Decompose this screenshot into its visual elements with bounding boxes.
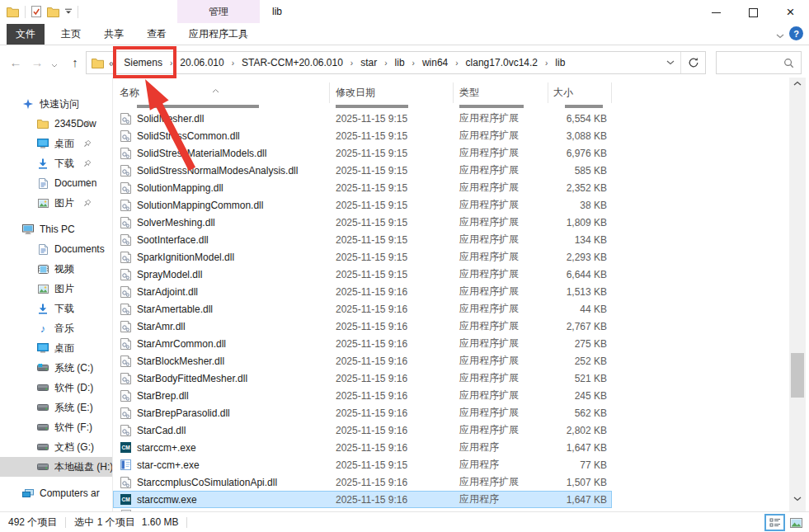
recent-locations-chevron-icon[interactable] [48,59,61,68]
scrollbar-thumb[interactable] [791,353,804,398]
file-row[interactable]: SolidStressNormalModesAnalysis.dll2025-1… [113,162,612,179]
file-row[interactable]: CMstarccm+.exe2025-11-15 9:16应用程序1,647 K… [113,439,612,456]
folder-icon[interactable] [7,7,19,17]
column-header-size[interactable]: 大小 [548,82,612,103]
breadcrumb-item-star[interactable]: star [354,52,383,73]
sidebar-item-documents[interactable]: Documents [0,239,112,259]
file-row[interactable]: StarAmertable.dll2025-11-15 9:16应用程序扩展44… [113,300,612,318]
sidebar-item-documen[interactable]: Documen [0,173,112,193]
file-row[interactable]: StarAmrCommon.dll2025-11-15 9:16应用程序扩展27… [113,335,612,352]
folder-icon[interactable] [47,7,59,17]
breadcrumb-item-siemens[interactable]: Siemens [117,52,169,73]
file-row[interactable]: SolutionMapping.dll2025-11-15 9:15应用程序扩展… [113,179,612,196]
file-row[interactable]: StarccmplusCoSimulationApi.dll2025-11-15… [113,473,612,491]
breadcrumb-item-win64[interactable]: win64 [416,52,454,73]
breadcrumb-item-star-ccm-20-06-010[interactable]: STAR-CCM+20.06.010 [235,52,350,73]
properties-check-icon[interactable] [31,6,41,17]
file-rows: SolidMesher.dll2025-11-15 9:15应用程序扩展6,55… [113,110,612,508]
customize-toolbar-chevron-icon[interactable] [65,8,72,15]
sidebar-item--[interactable]: 桌面 [0,338,112,358]
sidebar-item--[interactable]: 视频 [0,259,112,279]
address-dropdown-chevron-icon[interactable] [661,60,680,65]
toolbar-divider [25,6,26,18]
search-icon[interactable] [783,58,794,68]
vertical-scrollbar[interactable] [789,78,806,511]
sidebar-item--[interactable]: 下载 [0,299,112,318]
file-date: 2025-11-15 9:15 [330,165,454,177]
breadcrumb-item-clang17-0vc14-2[interactable]: clang17.0vc14.2 [459,52,544,73]
sidebar-item--(f:)[interactable]: 软件 (F:) [0,417,112,437]
scroll-up-icon[interactable] [789,81,806,86]
ribbon-tab-home[interactable]: 主页 [51,24,91,45]
sidebar-group-computers-ar[interactable]: Computers ar [0,483,112,503]
sidebar-item--(d:)[interactable]: 软件 (D:) [0,378,112,398]
file-type: 应用程序扩展 [454,423,548,437]
sidebar-item--[interactable]: 图片 [0,279,112,299]
sidebar-item--(c:)[interactable]: 系统 (C:) [0,358,112,378]
sidebar-group--[interactable]: 快速访问 [0,94,112,114]
file-row[interactable]: StarBrep.dll2025-11-15 9:16应用程序扩展245 KB [113,387,612,404]
ribbon-tab-view[interactable]: 查看 [137,24,176,45]
column-header-type[interactable]: 类型 [454,82,548,103]
sidebar-item--[interactable]: ♪音乐 [0,318,112,338]
file-date: 2025-11-15 9:16 [330,477,454,488]
ribbon-collapse-chevron-icon[interactable] [776,30,784,41]
back-button[interactable]: ← [7,51,25,74]
sidebar-item--[interactable]: 桌面 [0,134,112,153]
refresh-icon[interactable] [680,52,705,73]
file-row[interactable]: SolidStressCommon.dll2025-11-15 9:15应用程序… [113,127,612,144]
sidebar-item--(g:)[interactable]: 文档 (G:) [0,437,112,457]
collapsed-crumbs-icon[interactable]: « [109,57,115,69]
file-row[interactable]: StarAdjoint.dll2025-11-15 9:16应用程序扩展1,51… [113,283,612,300]
details-view-button[interactable] [764,514,785,531]
sidebar-item--[interactable]: 下载 [0,153,112,173]
breadcrumb-item-lib[interactable]: lib [548,52,571,73]
pin-icon [82,159,92,168]
file-row[interactable]: SolidMesher.dll2025-11-15 9:15应用程序扩展6,55… [113,110,612,127]
file-row[interactable]: SprayModel.dll2025-11-15 9:15应用程序扩展6,644… [113,266,612,283]
forward-button[interactable]: → [28,51,46,74]
file-type: 应用程序扩展 [454,215,548,229]
minimize-button[interactable] [698,0,735,25]
file-row[interactable]: StarCad.dll2025-11-15 9:16应用程序扩展2,802 KB [113,421,612,439]
column-header-date[interactable]: 修改日期 [330,82,454,103]
maximize-button[interactable] [735,0,772,25]
sidebar-item-2345dow[interactable]: 2345Dow [0,114,112,134]
sidebar-item--[interactable]: 图片 [0,193,112,213]
search-input[interactable] [717,57,783,68]
file-row[interactable]: StarAmr.dll2025-11-15 9:16应用程序扩展2,767 KB [113,318,612,335]
scroll-down-icon[interactable] [789,497,806,501]
file-date: 2025-11-15 9:16 [330,355,454,367]
selection-size: 1.60 MB [142,516,179,528]
file-size: 38 KB [548,200,612,211]
close-button[interactable]: × [772,0,809,25]
thumbnail-view-button[interactable] [786,514,807,531]
help-button[interactable]: ? [789,26,803,40]
file-row[interactable]: SolidStressMaterialModels.dll2025-11-15 … [113,144,612,162]
file-row[interactable]: SolverMeshing.dll2025-11-15 9:15应用程序扩展1,… [113,214,612,231]
breadcrumb-item-lib[interactable]: lib [388,52,412,73]
ribbon-tab-file[interactable]: 文件 [7,24,45,45]
file-row[interactable]: StarBlockMesher.dll2025-11-15 9:16应用程序扩展… [113,352,612,370]
file-date: 2025-11-15 9:15 [330,182,454,194]
ribbon-tab-share[interactable]: 共享 [94,24,134,45]
file-row[interactable]: StarBrepParasolid.dll2025-11-15 9:16应用程序… [113,404,612,421]
file-row[interactable]: StarBodyFittedMesher.dll2025-11-15 9:16应… [113,370,612,387]
sidebar-group-this-pc[interactable]: This PC [0,219,112,239]
file-row[interactable]: CMstarccmw.exe2025-11-15 9:16应用程序1,647 K… [113,491,612,508]
up-button[interactable]: ↑ [66,51,84,74]
file-explorer-window: 管理 lib × 文件 主页 共享 查看 应用程序工具 ? ← → ↑ « Si… [0,0,809,532]
contextual-tab-manage[interactable]: 管理 [177,0,260,23]
drive-icon [36,463,49,471]
pictures-icon [36,199,49,208]
file-row[interactable]: SparkIgnitionModel.dll2025-11-15 9:15应用程… [113,248,612,266]
sidebar-item--(h:)[interactable]: 本地磁盘 (H:) [0,457,112,477]
sidebar-item--(e:)[interactable]: 系统 (E:) [0,398,112,417]
ribbon-tab-application-tools[interactable]: 应用程序工具 [177,24,260,45]
file-row[interactable]: SolutionMappingCommon.dll2025-11-15 9:15… [113,196,612,214]
file-row[interactable]: SootInterface.dll2025-11-15 9:15应用程序扩展13… [113,231,612,248]
file-row[interactable]: star-ccm+.exe2025-11-15 9:15应用程序77 KB [113,456,612,473]
address-bar[interactable]: « Siemens›20.06.010›STAR-CCM+20.06.010›s… [86,51,706,74]
breadcrumb-item-20-06-010[interactable]: 20.06.010 [173,52,230,73]
column-header-name[interactable]: 名称 [113,82,330,103]
